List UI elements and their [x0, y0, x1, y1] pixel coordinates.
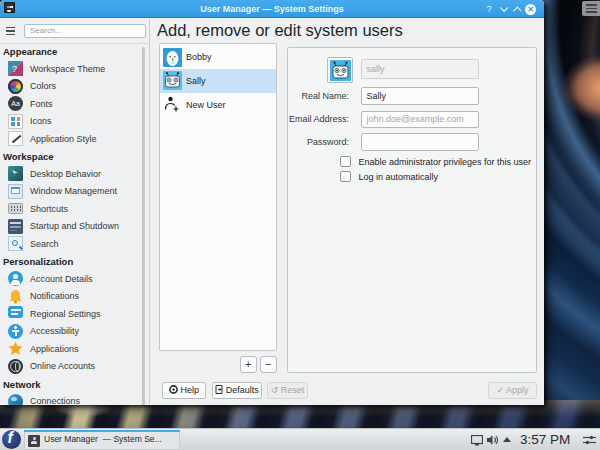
- svg-text:?: ?: [12, 64, 17, 74]
